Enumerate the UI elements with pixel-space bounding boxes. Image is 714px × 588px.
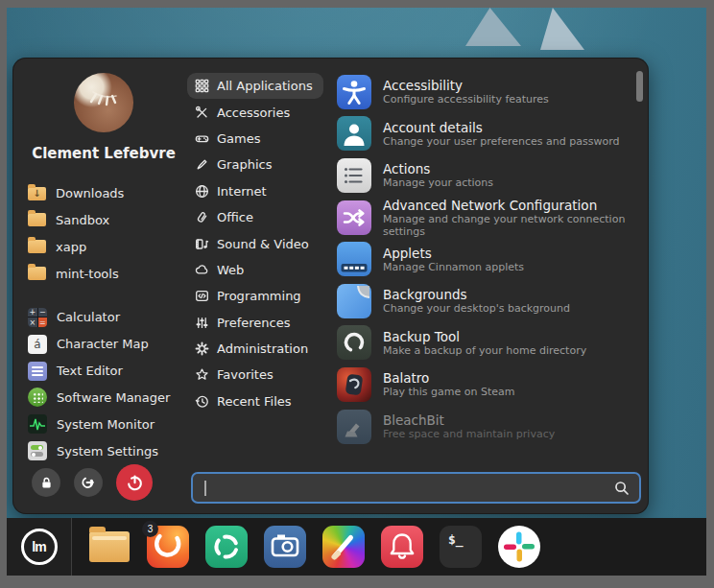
app-item-backup-tool[interactable]: Backup Tool Make a backup of your home d… — [337, 322, 635, 365]
lock-icon — [39, 476, 54, 490]
category-administration[interactable]: Administration — [187, 336, 319, 362]
category-recent-files[interactable]: Recent Files — [187, 388, 302, 414]
text-editor-icon — [28, 362, 47, 381]
user-name: Clement Lefebvre — [28, 145, 179, 162]
folder-downloads-icon — [28, 187, 46, 200]
software-manager-icon — [28, 388, 47, 407]
category-internet[interactable]: Internet — [187, 178, 277, 204]
favorite-item-software-manager[interactable]: Software Manager — [28, 384, 179, 411]
category-games[interactable]: Games — [187, 126, 271, 152]
app-item-balatro[interactable]: Balatro Play this game on Steam — [337, 364, 635, 406]
sync-tool-button[interactable] — [205, 526, 248, 568]
screenshot-frame: Clement Lefebvre Downloads Sandbox xapp … — [0, 0, 714, 588]
camera-icon — [264, 526, 306, 568]
place-item-downloads[interactable]: Downloads — [28, 180, 179, 207]
network-arrows-icon — [337, 200, 371, 235]
mint-menu-button[interactable]: lm — [7, 518, 72, 576]
bell-icon — [381, 526, 423, 568]
applets-panel-icon — [337, 242, 371, 276]
logout-button[interactable] — [74, 468, 103, 497]
terminal-prompt-glyph: $_ — [440, 526, 464, 547]
category-list: All Applications Accessories — [187, 58, 331, 514]
notification-badge: 3 — [142, 521, 158, 537]
tools-icon — [195, 106, 209, 120]
taskbar-launchers: 3 — [72, 526, 540, 568]
mint-logo-icon: lm — [21, 529, 58, 565]
app-item-backgrounds[interactable]: Backgrounds Change your desktop's backgr… — [337, 280, 635, 322]
place-item-mint-tools[interactable]: mint-tools — [28, 260, 179, 287]
user-avatar[interactable] — [74, 73, 133, 132]
cinnamon-menu: Clement Lefebvre Downloads Sandbox xapp … — [12, 58, 649, 514]
balatro-icon — [337, 367, 371, 402]
actions-list-icon — [337, 158, 371, 193]
bleachbit-icon — [337, 410, 371, 444]
search-bar[interactable] — [191, 472, 641, 504]
folder-icon — [89, 531, 130, 562]
camera-button[interactable] — [264, 526, 306, 568]
file-manager-button[interactable] — [88, 526, 131, 568]
backup-ring-icon — [337, 325, 371, 360]
system-monitor-icon — [28, 414, 47, 434]
taskbar-panel: lm 3 — [7, 518, 706, 576]
category-accessories[interactable]: Accessories — [187, 99, 300, 125]
system-settings-icon — [28, 441, 47, 460]
category-graphics[interactable]: Graphics — [187, 152, 282, 177]
favorite-item-system-settings[interactable]: System Settings — [28, 437, 179, 464]
grid-icon — [195, 79, 209, 93]
terminal-button[interactable]: $_ — [440, 526, 482, 568]
history-icon — [195, 394, 209, 409]
place-item-sandbox[interactable]: Sandbox — [28, 207, 179, 234]
place-item-xapp[interactable]: xapp — [28, 233, 179, 260]
folder-icon — [28, 213, 46, 226]
app-item-applets[interactable]: Applets Manage Cinnamon applets — [337, 238, 635, 280]
category-all-applications[interactable]: All Applications — [187, 73, 323, 99]
drawing-app-button[interactable] — [322, 526, 365, 568]
application-list: Accessibility Configure accessibility fe… — [331, 58, 649, 514]
app-item-account-details[interactable]: Account details Change your user prefere… — [337, 113, 635, 155]
wallpaper-mountain — [465, 8, 521, 46]
category-programming[interactable]: Programming — [187, 283, 312, 309]
lock-screen-button[interactable] — [32, 468, 60, 497]
menu-sidebar: Clement Lefebvre Downloads Sandbox xapp … — [12, 58, 187, 514]
calculator-icon: +−×= — [28, 308, 47, 327]
folder-icon — [28, 267, 46, 280]
app-item-bleachbit[interactable]: BleachBit Free space and maintain privac… — [337, 406, 635, 448]
shutdown-button[interactable] — [116, 464, 153, 501]
globe-icon — [195, 184, 209, 199]
session-buttons — [28, 464, 179, 501]
search-input[interactable] — [202, 481, 614, 495]
character-map-icon: á — [28, 335, 47, 354]
folder-icon — [28, 240, 46, 253]
cloud-icon — [195, 263, 209, 277]
category-web[interactable]: Web — [187, 257, 254, 283]
app-item-actions[interactable]: Actions Manage your actions — [337, 154, 635, 197]
favorite-item-system-monitor[interactable]: System Monitor — [28, 411, 179, 437]
category-favorites[interactable]: Favorites — [187, 362, 284, 388]
favorite-item-character-map[interactable]: á Character Map — [28, 331, 179, 358]
app-item-advanced-network-configuration[interactable]: Advanced Network Configuration Manage an… — [337, 197, 635, 239]
text-caret — [204, 481, 206, 496]
firefox-button[interactable]: 3 — [147, 526, 189, 568]
app-item-accessibility[interactable]: Accessibility Configure accessibility fe… — [337, 71, 635, 113]
category-office[interactable]: Office — [187, 204, 264, 230]
menu-main: All Applications Accessories — [187, 58, 649, 514]
sync-arrows-icon — [205, 526, 248, 568]
notifications-button[interactable] — [381, 526, 423, 568]
accessibility-icon — [337, 75, 371, 109]
search-icon — [614, 481, 630, 496]
favorite-item-calculator[interactable]: +−×= Calculator — [28, 304, 179, 331]
slack-icon — [498, 526, 540, 568]
paintbrush-icon — [322, 526, 365, 568]
account-icon — [337, 116, 371, 151]
paperclip-icon — [195, 210, 209, 224]
film-note-icon — [195, 237, 209, 251]
desktop-wallpaper: Clement Lefebvre Downloads Sandbox xapp … — [7, 8, 706, 576]
favorite-item-text-editor[interactable]: Text Editor — [28, 358, 179, 385]
slack-button[interactable] — [498, 526, 540, 568]
scrollbar-thumb[interactable] — [636, 71, 643, 102]
gear-icon — [195, 341, 209, 356]
category-preferences[interactable]: Preferences — [187, 310, 300, 336]
code-icon — [195, 289, 209, 303]
category-sound-video[interactable]: Sound & Video — [187, 230, 320, 256]
gamepad-icon — [195, 131, 209, 146]
